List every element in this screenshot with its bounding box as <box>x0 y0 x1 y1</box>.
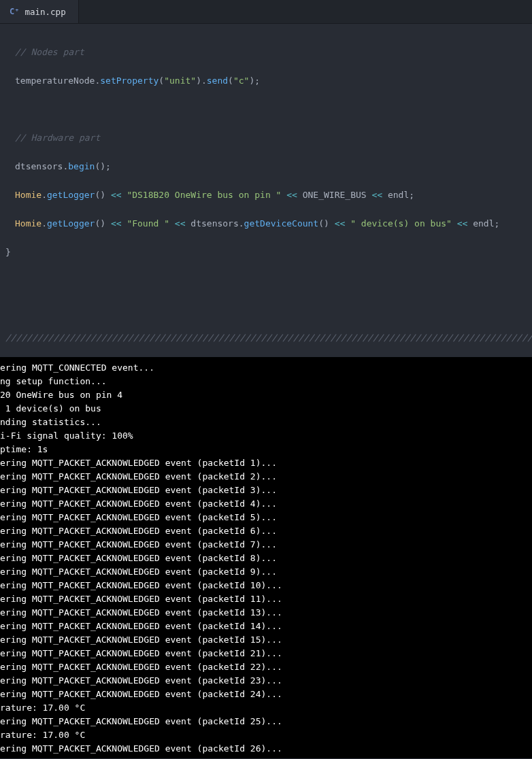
terminal-line: ering MQTT_PACKET_ACKNOWLEDGED event (pa… <box>0 647 532 660</box>
code-token: << <box>111 190 122 200</box>
code-token: << <box>111 218 122 229</box>
terminal-line: ering MQTT_PACKET_ACKNOWLEDGED event (pa… <box>0 552 532 565</box>
cpp-file-icon: C⁺ <box>10 7 19 16</box>
terminal-line: ering MQTT_PACKET_ACKNOWLEDGED event (pa… <box>0 660 532 674</box>
terminal-line: ering MQTT_PACKET_ACKNOWLEDGED event (pa… <box>0 688 532 701</box>
terminal-line: ering MQTT_PACKET_ACKNOWLEDGED event (pa… <box>0 592 532 606</box>
terminal-line: ptime: 1s <box>0 443 532 456</box>
terminal-line: ering MQTT_PACKET_ACKNOWLEDGED event (pa… <box>0 538 532 552</box>
code-token: getDeviceCount <box>244 218 319 229</box>
terminal-line: ering MQTT_PACKET_ACKNOWLEDGED event (pa… <box>0 674 532 688</box>
terminal-line: ering MQTT_PACKET_ACKNOWLEDGED event (pa… <box>0 606 532 620</box>
terminal-line: ering MQTT_PACKET_ACKNOWLEDGED event (pa… <box>0 633 532 647</box>
code-token: << <box>175 218 186 229</box>
code-token: << <box>457 218 468 229</box>
terminal-line: ering MQTT_CONNECTED event... <box>0 361 532 375</box>
terminal-line: ering MQTT_PACKET_ACKNOWLEDGED event (pa… <box>0 511 532 524</box>
terminal-line: ering MQTT_PACKET_ACKNOWLEDGED event (pa… <box>0 497 532 511</box>
code-comment: // Hardware part <box>15 133 100 143</box>
tab-bar: C⁺ main.cpp <box>0 0 532 24</box>
terminal-line: rature: 17.00 °C <box>0 701 532 715</box>
code-token: " device(s) on bus" <box>350 218 452 229</box>
code-token: temperatureNode <box>15 75 95 86</box>
tab-main-cpp[interactable]: C⁺ main.cpp <box>0 0 79 23</box>
terminal-line: 20 OneWire bus on pin 4 <box>0 388 532 402</box>
terminal-line: ering MQTT_PACKET_ACKNOWLEDGED event (pa… <box>0 715 532 728</box>
code-token: Homie <box>15 218 41 229</box>
terminal-line: 1 device(s) on bus <box>0 402 532 416</box>
code-editor[interactable]: // Nodes part temperatureNode.setPropert… <box>0 24 532 357</box>
code-token: ONE_WIRE_BUS <box>303 190 367 200</box>
code-token: "DS18B20 OneWire bus on pin " <box>127 190 281 200</box>
terminal-panel[interactable]: ering MQTT_CONNECTED event...ng setup fu… <box>0 357 532 758</box>
tab-label: main.cpp <box>24 7 65 17</box>
terminal-line: i-Fi signal quality: 100% <box>0 429 532 443</box>
terminal-line: ering MQTT_PACKET_ACKNOWLEDGED event (pa… <box>0 742 532 756</box>
code-token: Homie <box>15 190 41 200</box>
terminal-line: rature: 17.00 °C <box>0 728 532 742</box>
code-token: begin <box>68 161 95 171</box>
code-token: send <box>207 75 228 86</box>
terminal-line: ng setup function... <box>0 375 532 388</box>
code-comment: // Nodes part <box>15 47 84 57</box>
terminal-line: ering MQTT_PACKET_ACKNOWLEDGED event (pa… <box>0 484 532 497</box>
code-token: << <box>371 190 382 200</box>
terminal-line: ering MQTT_PACKET_ACKNOWLEDGED event (pa… <box>0 470 532 484</box>
code-token: getLogger <box>47 218 95 229</box>
code-token: setProperty <box>100 75 159 86</box>
code-token: << <box>335 218 346 229</box>
code-token: "c" <box>233 75 249 86</box>
code-token: "unit" <box>164 75 196 86</box>
terminal-line: ering MQTT_PACKET_ACKNOWLEDGED event (pa… <box>0 565 532 579</box>
code-token: dtsensors <box>190 218 238 229</box>
terminal-line: ering MQTT_PACKET_ACKNOWLEDGED event (pa… <box>0 456 532 470</box>
terminal-line: ering MQTT_PACKET_ACKNOWLEDGED event (pa… <box>0 579 532 592</box>
code-token: endl <box>473 218 494 229</box>
terminal-line: nding statistics... <box>0 416 532 429</box>
code-token: dtsensors <box>15 161 63 171</box>
code-token: getLogger <box>47 190 95 200</box>
terminal-line: ering MQTT_PACKET_ACKNOWLEDGED event (pa… <box>0 620 532 633</box>
code-token: "Found " <box>127 218 169 229</box>
code-token: endl <box>388 190 409 200</box>
code-token: << <box>286 190 297 200</box>
terminal-line: ering MQTT_PACKET_ACKNOWLEDGED event (pa… <box>0 524 532 538</box>
code-comment: ////////////////////////////////////////… <box>5 333 532 343</box>
